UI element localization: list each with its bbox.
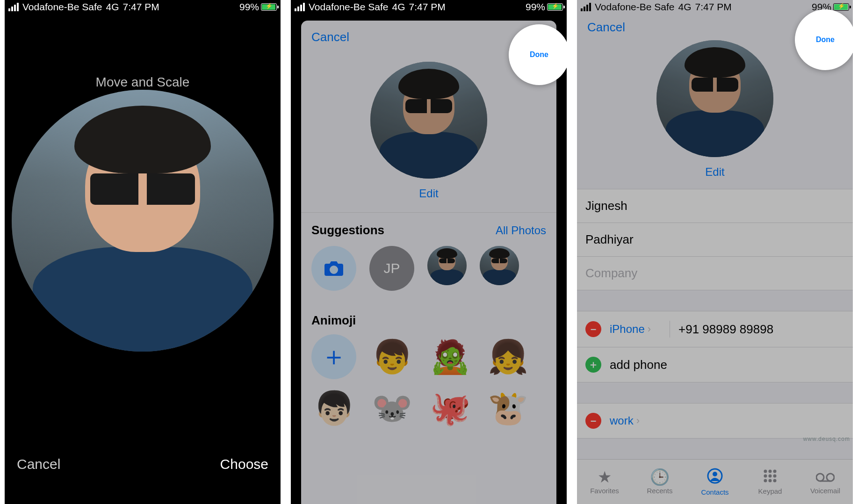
done-button[interactable]: Done [816,36,835,44]
chevron-right-icon: › [636,415,640,427]
selected-photo-preview [370,62,487,179]
tab-favorites[interactable]: ★ Favorites [577,460,632,504]
choose-button[interactable]: Choose [220,456,268,472]
svg-point-6 [769,474,772,477]
keypad-icon [763,469,777,485]
battery-percent: 99% [239,1,259,13]
star-icon: ★ [598,469,612,485]
screen-edit-contact: Vodafone-Be Safe 4G 7:47 PM 99% Cancel E… [577,0,853,504]
battery-icon [547,3,563,11]
animoji-zombie[interactable]: 🧟 [427,334,472,379]
tab-recents[interactable]: 🕒 Recents [632,460,687,504]
time-label: 7:47 PM [409,1,446,13]
last-name-field[interactable]: Padhiyar [577,223,853,257]
phone-label-button[interactable]: iPhone › [610,323,661,336]
animoji-boy[interactable]: 👦 [369,334,414,379]
person-icon [707,468,723,486]
watermark: www.deusq.com [803,436,850,442]
last-name-value: Padhiyar [585,232,634,247]
svg-point-4 [773,469,777,473]
svg-point-3 [769,469,772,473]
remove-phone-icon[interactable]: – [585,321,601,337]
svg-point-7 [773,474,777,477]
suggestions-header: Suggestions [311,223,384,238]
phone-row-work[interactable]: – work › [577,403,853,439]
battery-icon [261,3,277,11]
animoji-girl[interactable]: 👧 [485,334,530,379]
cancel-button[interactable]: Cancel [17,456,60,472]
status-bar: Vodafone-Be Safe 4G 7:47 PM 99% [577,0,853,14]
phone-number-value: +91 98989 89898 [678,322,844,337]
animoji-redhead[interactable]: 👦🏻 [311,386,356,431]
done-highlight: Done [795,9,853,70]
add-phone-row[interactable]: ＋ add phone [577,347,853,382]
svg-point-1 [713,472,717,476]
signal-icon [295,3,305,11]
animoji-octopus[interactable]: 🐙 [427,386,472,431]
all-photos-button[interactable]: All Photos [496,224,546,237]
tab-bar: ★ Favorites 🕒 Recents Contacts Keypad [577,459,853,504]
svg-point-2 [764,469,767,473]
carrier-label: Vodafone-Be Safe [595,1,674,13]
signal-icon [581,3,591,11]
animoji-cow[interactable]: 🐮 [485,386,530,431]
svg-point-9 [769,479,772,482]
suggestions-row: JP [301,238,556,305]
signal-icon [8,3,19,11]
add-phone-icon[interactable]: ＋ [585,357,601,373]
svg-point-12 [827,474,834,481]
edit-contact-sheet: Cancel Edit Jignesh Padhiyar Company – i… [577,14,853,504]
photo-suggestion-1[interactable] [427,246,467,285]
time-label: 7:47 PM [123,1,159,13]
svg-point-10 [773,479,777,482]
contact-photo [12,90,274,352]
status-bar: Vodafone-Be Safe 4G 7:47 PM 99% [5,0,281,14]
done-button[interactable]: Done [530,50,548,59]
tab-voicemail[interactable]: Voicemail [798,460,853,504]
svg-point-11 [816,474,824,481]
screen-move-and-scale: Vodafone-Be Safe 4G 7:47 PM 99% Move and… [5,0,281,504]
voicemail-icon [816,469,835,485]
tab-contacts[interactable]: Contacts [687,460,742,504]
move-scale-title: Move and Scale [5,75,281,90]
cancel-button[interactable]: Cancel [587,20,625,35]
animoji-grid-2: 👦🏻 🐭 🐙 🐮 [301,386,556,437]
animoji-mouse[interactable]: 🐭 [369,386,414,431]
camera-button[interactable] [311,246,356,291]
battery-percent: 99% [526,1,545,13]
svg-point-8 [764,479,767,482]
carrier-label: Vodafone-Be Safe [22,1,102,13]
network-label: 4G [106,1,119,13]
remove-phone-icon[interactable]: – [585,413,601,429]
network-label: 4G [678,1,691,13]
cancel-button[interactable]: Cancel [311,30,349,44]
photo-crop-area[interactable] [12,90,274,286]
done-highlight: Done [509,24,567,85]
add-animoji-button[interactable]: ＋ [311,334,356,379]
first-name-field[interactable]: Jignesh [577,189,853,223]
edit-photo-button[interactable]: Edit [705,166,724,179]
time-label: 7:47 PM [695,1,732,13]
carrier-label: Vodafone-Be Safe [309,1,388,13]
photo-picker-sheet: Cancel Edit Suggestions All Photos JP [301,21,556,504]
initials-suggestion[interactable]: JP [369,246,414,291]
network-label: 4G [392,1,405,13]
clock-icon: 🕒 [650,469,670,485]
first-name-value: Jignesh [585,199,627,213]
bottom-toolbar: Cancel Choose [5,439,281,504]
edit-photo-button[interactable]: Edit [419,187,438,200]
status-bar: Vodafone-Be Safe 4G 7:47 PM 99% [291,0,567,14]
battery-icon [833,3,849,11]
add-phone-label: add phone [610,358,667,372]
screen-photo-picker: Vodafone-Be Safe 4G 7:47 PM 99% Cancel E… [291,0,567,504]
phone-label-button[interactable]: work › [610,414,661,427]
company-field[interactable]: Company [577,257,853,290]
camera-icon [324,260,344,277]
chevron-right-icon: › [648,323,651,335]
tab-keypad[interactable]: Keypad [742,460,798,504]
contact-photo[interactable] [656,40,773,157]
phone-row-iphone[interactable]: – iPhone › +91 98989 89898 [577,311,853,347]
photo-suggestion-2[interactable] [480,246,519,285]
animoji-header: Animoji [311,313,356,327]
company-placeholder: Company [585,266,637,281]
